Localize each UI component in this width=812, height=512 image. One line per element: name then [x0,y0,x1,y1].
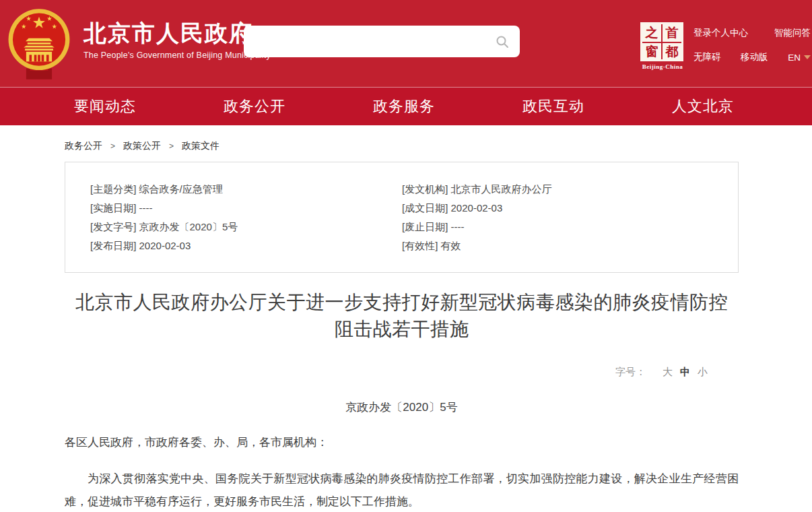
meta-row-topic: [主题分类] 综合政务/应急管理 [90,180,402,199]
meta-row-doc-symbol: [发文字号] 京政办发〔2020〕5号 [90,218,402,236]
meta-column-left: [主题分类] 综合政务/应急管理 [实施日期] ---- [发文字号] 京政办发… [90,180,402,272]
meta-row-written-date: [成文日期] 2020-02-03 [402,199,738,218]
breadcrumb-separator: > [110,141,115,151]
smart-qa-link[interactable]: 智能问答 [774,27,811,39]
language-label: EN [788,53,801,63]
search-input[interactable] [244,26,496,57]
body-paragraph: 为深入贯彻落实党中央、国务院关于新型冠状病毒感染的肺炎疫情防控工作部署，切实加强… [65,468,739,512]
breadcrumb: 政务公开>政策公开>政策文件 [65,125,739,152]
meta-row-validity: [有效性] 有效 [402,236,738,255]
site-subtitle: The People's Government of Beijing Munic… [83,51,271,60]
document-title: 北京市人民政府办公厅关于进一步支持打好新型冠状病毒感染的肺炎疫情防控阻击战若干措… [69,289,735,343]
font-size-large[interactable]: 大 [663,366,673,377]
accessibility-link[interactable]: 无障碍 [693,51,721,63]
meta-row-repeal-date: [废止日期] ---- [402,218,738,236]
font-size-label: 字号： [615,366,646,377]
search-box [244,26,520,57]
breadcrumb-item-policy-docs[interactable]: 政策文件 [182,140,219,151]
national-emblem-logo [5,5,73,82]
nav-item-culture[interactable]: 人文北京 [672,96,734,117]
nav-item-news[interactable]: 要闻动态 [74,96,136,117]
search-icon[interactable] [496,35,509,49]
document-number: 京政办发〔2020〕5号 [65,401,739,414]
nav-item-interaction[interactable]: 政民互动 [522,96,584,117]
document-meta-box: [主题分类] 综合政务/应急管理 [实施日期] ---- [发文字号] 京政办发… [65,162,739,273]
chevron-down-icon [804,55,811,59]
nav-item-gov-affairs[interactable]: 政务公开 [224,96,285,117]
seal-caption: Beijing-China [640,63,685,70]
breadcrumb-separator: > [169,141,174,151]
salutation: 各区人民政府，市政府各委、办、局，各市属机构： [65,436,739,449]
seal-char: 窗 [642,43,661,61]
seal-char: 都 [663,43,681,61]
meta-row-publish-date: [发布日期] 2020-02-03 [90,236,402,255]
login-link[interactable]: 登录个人中心 [693,27,748,39]
breadcrumb-item-gov-affairs[interactable]: 政务公开 [65,140,102,151]
font-size-control: 字号：大中小 [65,365,739,379]
seal-char: 之 [642,24,661,42]
meta-row-implement-date: [实施日期] ---- [90,199,402,218]
capital-window-logo[interactable]: 之 首 窗 都 Beijing-China [640,22,685,70]
site-title: 北京市人民政府 [83,18,271,48]
meta-column-right: [发文机构] 北京市人民政府办公厅 [成文日期] 2020-02-03 [废止日… [402,180,738,272]
page-content: 政务公开>政策公开>政策文件 [主题分类] 综合政务/应急管理 [实施日期] -… [65,125,739,512]
breadcrumb-item-policy-open[interactable]: 政策公开 [123,140,161,151]
header-links: 登录个人中心 智能问答 无障碍 移动版 EN [693,27,811,63]
language-select[interactable]: EN [788,53,811,63]
capital-window-seal: 之 首 窗 都 [640,22,683,61]
nav-item-gov-services[interactable]: 政务服务 [373,96,435,117]
mobile-version-link[interactable]: 移动版 [741,51,768,63]
font-size-medium[interactable]: 中 [680,366,690,377]
meta-row-issuing-agency: [发文机构] 北京市人民政府办公厅 [402,180,738,199]
site-header: 北京市人民政府 The People's Government of Beiji… [0,0,812,87]
site-brand[interactable]: 北京市人民政府 The People's Government of Beiji… [83,18,271,60]
font-size-small[interactable]: 小 [698,366,708,377]
main-nav: 要闻动态 政务公开 政务服务 政民互动 人文北京 [0,87,812,125]
seal-char: 首 [663,24,681,42]
